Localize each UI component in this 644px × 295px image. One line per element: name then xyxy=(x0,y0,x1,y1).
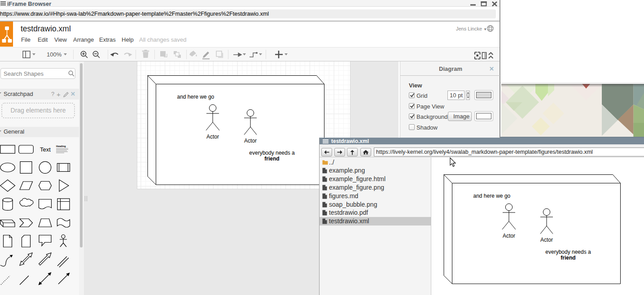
svg-text:and here we go: and here we go xyxy=(473,193,511,199)
svg-text:friend: friend xyxy=(264,156,279,162)
svg-text:everybody needs a: everybody needs a xyxy=(545,249,591,255)
svg-text:Actor: Actor xyxy=(206,134,219,140)
svg-text:100%: 100% xyxy=(47,51,62,58)
svg-text:Text: Text xyxy=(40,146,51,153)
svg-text:Actor: Actor xyxy=(540,237,553,243)
svg-text:Actor: Actor xyxy=(503,233,515,239)
svg-text:Heading: Heading xyxy=(56,145,66,148)
svg-text:and here we go: and here we go xyxy=(177,94,215,100)
svg-text:Actor: Actor xyxy=(244,138,257,144)
svg-text:friend: friend xyxy=(561,255,575,261)
svg-text:everybody needs a: everybody needs a xyxy=(249,150,295,156)
